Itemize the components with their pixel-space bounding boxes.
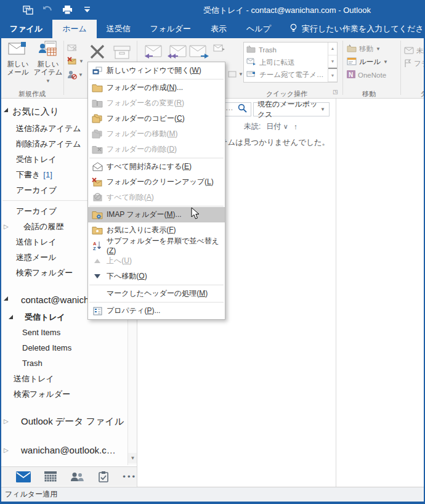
expand-triangle-icon[interactable] <box>4 108 8 112</box>
quick-steps-dialog-launcher[interactable]: ◳ <box>333 89 338 95</box>
menu-item-フォルダーのクリーンアップ[interactable]: フォルダーのクリーンアップ(L) <box>88 174 225 190</box>
undo-icon[interactable] <box>42 4 53 15</box>
more-respond-button[interactable]: ▼ <box>228 70 243 78</box>
folder-送信トレイ[interactable]: 送信トレイ <box>1 371 127 386</box>
folder-Trash[interactable]: Trash <box>1 356 127 371</box>
quick-steps-scroll-2[interactable]: ▼ <box>328 68 337 82</box>
unread-icon <box>404 47 414 55</box>
calendar-icon[interactable] <box>44 470 57 484</box>
meeting-button[interactable] <box>213 43 225 55</box>
quick-steps-gallery[interactable]: Trash上司に転送チーム宛て電子メ… ▲▼▼ <box>243 42 338 83</box>
menu-item-フォルダーの作成[interactable]: フォルダーの作成(N)... <box>88 80 225 96</box>
collapse-triangle-icon[interactable]: ▷ <box>4 441 9 460</box>
flag-icon <box>404 59 411 68</box>
mailbox-scope-dropdown[interactable]: 現在のメールボックス ▼ <box>253 102 330 116</box>
menu-item-プロパティ[interactable]: プロパティ(P)... <box>88 303 225 319</box>
account-Outlook データ ファイル[interactable]: ▷Outlook データ ファイル <box>1 412 127 431</box>
menu-separator <box>89 79 224 79</box>
ignore-button[interactable] <box>67 43 78 52</box>
quick-steps-scroll-1[interactable]: ▼ <box>328 55 337 68</box>
pane-splitter-right[interactable] <box>336 99 336 487</box>
new-mail-icon <box>7 41 28 58</box>
フラグ(-button[interactable]: フラグ( <box>404 57 425 70</box>
collapse-triangle-icon[interactable]: ▷ <box>4 219 9 234</box>
quick-steps-scroll-0[interactable]: ▲ <box>328 43 337 55</box>
new-items-button[interactable]: 新しいアイテム ▼ <box>32 41 64 89</box>
archive-button[interactable] <box>112 44 132 63</box>
new-window-icon <box>88 67 107 75</box>
scrollbar-down-arrow[interactable]: ▼ <box>128 453 137 463</box>
未読/-button[interactable]: 未読/ <box>404 44 425 57</box>
ルール-button[interactable]: ルール▼ <box>347 55 400 68</box>
qat-customize-icon[interactable] <box>81 4 92 15</box>
search-placeholder-tail: ⋯ <box>225 105 233 114</box>
mark-read-icon <box>88 162 107 171</box>
more-dots-icon[interactable]: ••• <box>123 470 137 484</box>
menu-item-フォルダー名の変更: フォルダー名の変更(R) <box>88 96 225 111</box>
sort-direction-arrow[interactable]: ↑ <box>294 123 298 131</box>
folder-rename-icon <box>88 99 107 108</box>
forward-button[interactable] <box>188 42 211 63</box>
OneNote-button[interactable]: NOneNote <box>347 68 400 81</box>
menu-item-上へ: 上へ(U) <box>88 253 225 269</box>
message-list-header: 未読: 日付 ∨ ↑ <box>244 121 298 132</box>
ribbon-tab-row: ファイルホーム送受信フォルダー表示ヘルプ 実行したい作業を入力してください <box>0 20 425 38</box>
tell-me-box[interactable]: 実行したい作業を入力してください <box>281 20 425 38</box>
send-receive-icon[interactable] <box>22 4 33 15</box>
folder-Sent Items[interactable]: Sent Items <box>1 325 127 340</box>
navigation-bar: ••• <box>1 466 137 486</box>
tasks-icon[interactable] <box>97 470 109 484</box>
new-items-icon <box>38 41 59 58</box>
menu-item-すべて開封済みにする[interactable]: すべて開封済みにする(E) <box>88 159 225 174</box>
print-icon[interactable] <box>62 4 73 15</box>
tab-表示[interactable]: 表示 <box>201 20 237 38</box>
qs-folder-icon <box>246 46 256 54</box>
filter-unread-label[interactable]: 未読: <box>244 121 261 132</box>
expand-triangle-icon[interactable] <box>4 296 8 301</box>
tab-ヘルプ[interactable]: ヘルプ <box>237 20 281 38</box>
delete-button[interactable] <box>88 43 107 63</box>
menu-item-マークしたヘッダーの処理[interactable]: マークしたヘッダーの処理(M) <box>88 286 225 301</box>
menu-item-新しいウィンドウで開く[interactable]: 新しいウィンドウで開く(W) <box>88 63 225 78</box>
tab-送受信[interactable]: 送受信 <box>97 20 140 38</box>
mouse-cursor <box>191 207 200 222</box>
expand-triangle-icon[interactable] <box>9 315 13 319</box>
quick-steps-scroll[interactable]: ▲▼▼ <box>328 43 337 82</box>
search-icon[interactable] <box>238 104 247 115</box>
title-bar: 受信トレイ - contact@wanichan.com - Outlook <box>0 0 425 20</box>
menu-item-IMAP フォルダー[interactable]: IMAP フォルダー(M)... <box>88 207 225 222</box>
mail-icon[interactable] <box>16 470 31 484</box>
reply-all-button[interactable] <box>165 42 187 63</box>
qs-forward-icon <box>246 58 256 67</box>
menu-separator <box>89 302 224 303</box>
reply-button[interactable] <box>142 42 164 63</box>
collapse-triangle-icon[interactable]: ▷ <box>4 412 9 431</box>
tab-フォルダー[interactable]: フォルダー <box>140 20 201 38</box>
sort-by-date[interactable]: 日付 ∨ <box>266 121 288 132</box>
cleanup-button[interactable]: ▼ <box>67 57 84 66</box>
new-mail-button[interactable]: 新しいメール <box>4 41 32 89</box>
quick-step-item[interactable]: チーム宛て電子メ… <box>246 68 328 81</box>
folder-検索フォルダー[interactable]: 検索フォルダー <box>1 386 127 402</box>
people-icon[interactable] <box>70 470 84 484</box>
quick-access-toolbar <box>22 2 92 17</box>
quick-step-item[interactable]: 上司に転送 <box>246 56 328 68</box>
window-border-bottom <box>0 502 425 504</box>
menu-item-サブフォルダーを昇順で並べ替え[interactable]: AZサブフォルダーを昇順で並べ替え(Z) <box>88 238 225 253</box>
移動-button[interactable]: 移動▼ <box>347 43 400 55</box>
folder-Deleted Items[interactable]: Deleted Items <box>1 340 127 356</box>
unread-count-badge: [1] <box>43 170 52 179</box>
junk-button[interactable]: ▼ <box>67 70 83 79</box>
tell-me-label: 実行したい作業を入力してください <box>302 23 425 35</box>
tab-ホーム[interactable]: ホーム <box>52 20 97 38</box>
window-border-left <box>0 20 1 504</box>
sort-az-icon: AZ <box>88 241 107 250</box>
folder-cleanup-icon <box>88 177 107 187</box>
menu-item-下へ移動[interactable]: 下へ移動(O) <box>88 269 225 284</box>
group-label-new: 新規作成 <box>18 89 46 99</box>
quick-step-item[interactable]: Trash <box>246 44 328 56</box>
menu-item-フォルダーのコピー[interactable]: フォルダーのコピー(C) <box>88 111 225 126</box>
chevron-down-icon: ▼ <box>320 107 325 112</box>
tab-ファイル[interactable]: ファイル <box>0 20 52 38</box>
account-wanichan@outlook.c…[interactable]: ▷wanichan@outlook.c… <box>1 441 127 460</box>
